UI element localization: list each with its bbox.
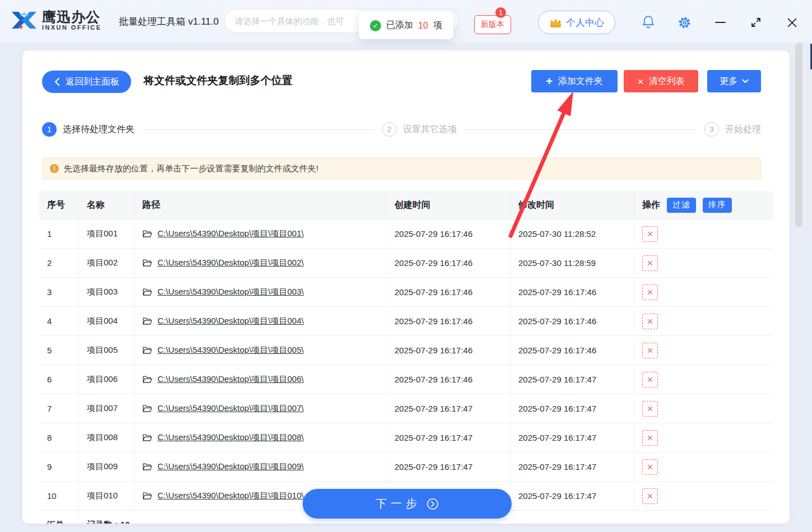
row-actions-cell: ×: [634, 249, 773, 277]
row-name-cell: 项目002: [79, 249, 134, 277]
header-path: 路径: [134, 191, 387, 219]
delete-row-button[interactable]: ×: [642, 284, 658, 300]
maximize-button[interactable]: [748, 14, 764, 31]
path-link[interactable]: C:\Users\54390\Desktop\项目\项目002\: [157, 258, 304, 268]
delete-row-button[interactable]: ×: [642, 372, 658, 388]
delete-row-button[interactable]: ×: [642, 314, 658, 329]
row-path-cell: C:\Users\54390\Desktop\项目\项目006\: [134, 365, 387, 394]
filter-button[interactable]: 过滤: [667, 198, 696, 213]
path-link[interactable]: C:\Users\54390\Desktop\项目\项目007\: [157, 403, 304, 414]
close-button[interactable]: [783, 14, 800, 31]
path-link[interactable]: C:\Users\54390\Desktop\项目\项目003\: [157, 287, 304, 297]
row-modified-cell: 2025-07-30 11:28:52: [511, 220, 634, 248]
page-title: 将文件或文件夹复制到多个位置: [143, 73, 293, 88]
row-modified-cell: 2025-07-29 16:17:47: [511, 394, 634, 423]
row-index-cell: 2: [39, 249, 79, 277]
close-icon: [786, 17, 798, 29]
folder-icon: [142, 230, 152, 238]
row-created-cell: 2025-07-29 16:17:47: [387, 452, 511, 481]
folders-table: 序号 名称 路径 创建时间 修改时间 操作 过滤 排序 1 项目001 C:\U…: [39, 191, 773, 524]
gear-icon: [678, 16, 692, 30]
brand-name-en: INXUN OFFICE: [42, 24, 101, 31]
warning-icon: !: [50, 164, 59, 173]
row-modified-cell: 2025-07-29 16:17:46: [511, 278, 634, 306]
success-check-icon: ✓: [370, 20, 381, 31]
toast-prefix: 已添加: [386, 20, 413, 31]
delete-row-button[interactable]: ×: [642, 459, 658, 475]
folder-icon: [142, 433, 152, 442]
step-3-label: 开始处理: [725, 124, 761, 136]
delete-row-button[interactable]: ×: [642, 255, 658, 271]
clear-list-button[interactable]: × 清空列表: [624, 70, 698, 92]
row-path-cell: C:\Users\54390\Desktop\项目\项目004\: [134, 307, 387, 335]
row-name-cell: 项目007: [79, 394, 134, 423]
row-modified-cell: 2025-07-29 16:17:46: [511, 307, 634, 335]
row-name-cell: 项目003: [79, 278, 134, 306]
new-version-button[interactable]: 新版本: [474, 15, 511, 34]
path-link[interactable]: C:\Users\54390\Desktop\项目\项目004\: [157, 316, 304, 326]
header-name: 名称: [79, 191, 134, 219]
row-modified-cell: 2025-07-29 16:17:47: [511, 365, 634, 394]
toast-count: 10: [418, 21, 428, 31]
settings-button[interactable]: [676, 14, 693, 31]
chevron-down-icon: [742, 79, 749, 83]
path-link[interactable]: C:\Users\54390\Desktop\项目\项目008\: [157, 432, 304, 443]
arrow-right-circle-icon: [426, 498, 439, 510]
back-to-dashboard-button[interactable]: 返回到主面板: [42, 71, 131, 93]
row-path-cell: C:\Users\54390\Desktop\项目\项目005\: [134, 336, 387, 365]
row-actions-cell: ×: [634, 423, 773, 452]
crown-icon: [549, 17, 562, 28]
folder-icon: [142, 288, 152, 296]
delete-row-button[interactable]: ×: [642, 430, 658, 446]
row-name-cell: 项目010: [79, 482, 134, 510]
row-index-cell: 7: [39, 394, 79, 423]
minimize-button[interactable]: [712, 14, 729, 31]
path-link[interactable]: C:\Users\54390\Desktop\项目\项目006\: [157, 374, 304, 385]
table-row: 6 项目006 C:\Users\54390\Desktop\项目\项目006\…: [39, 365, 773, 394]
step-set-options: 2 设置其它选项: [382, 122, 457, 137]
app-title: 批量处理工具箱 v1.11.0: [119, 0, 219, 43]
row-path-cell: C:\Users\54390\Desktop\项目\项目003\: [134, 278, 387, 306]
added-items-toast: ✓ 已添加 10 项: [359, 12, 453, 39]
delete-row-button[interactable]: ×: [642, 488, 658, 504]
path-link[interactable]: C:\Users\54390\Desktop\项目\项目005\: [157, 345, 304, 356]
scrollbar-thumb[interactable]: [795, 43, 802, 227]
notifications-button[interactable]: [640, 13, 657, 30]
row-index-cell: 8: [39, 423, 79, 452]
more-button[interactable]: 更多: [707, 70, 761, 92]
sort-button[interactable]: 排序: [703, 198, 732, 213]
app-window: { "header": { "brand_cn": "鹰迅办公", "brand…: [0, 0, 812, 532]
header-actions: 操作 过滤 排序: [634, 191, 773, 219]
step-1-circle: 1: [42, 122, 57, 137]
footer-summary-label: 汇总: [39, 511, 79, 524]
path-link[interactable]: C:\Users\54390\Desktop\项目\项目001\: [157, 228, 304, 239]
table-row: 1 项目001 C:\Users\54390\Desktop\项目\项目001\…: [39, 219, 773, 248]
user-center-button[interactable]: 个人中心: [538, 11, 615, 34]
user-center-label: 个人中心: [566, 16, 604, 29]
row-actions-cell: ×: [634, 278, 773, 306]
row-created-cell: 2025-07-29 16:17:46: [387, 249, 511, 277]
notice-banner: ! 先选择最终存放的位置，再单击下一步设置需要复制的文件或文件夹!: [42, 157, 761, 180]
next-step-button[interactable]: 下一步: [303, 489, 512, 519]
path-link[interactable]: C:\Users\54390\Desktop\项目\项目009\: [157, 461, 304, 472]
row-actions-cell: ×: [634, 482, 773, 510]
row-name-cell: 项目001: [79, 220, 134, 248]
row-actions-cell: ×: [634, 220, 773, 248]
brand-name-cn: 鹰迅办公: [42, 10, 101, 24]
delete-row-button[interactable]: ×: [642, 226, 658, 242]
row-path-cell: C:\Users\54390\Desktop\项目\项目001\: [134, 220, 387, 248]
delete-row-button[interactable]: ×: [642, 343, 658, 358]
toast-suffix: 项: [433, 20, 442, 31]
table-row: 7 项目007 C:\Users\54390\Desktop\项目\项目007\…: [39, 394, 773, 423]
add-folder-button[interactable]: + 添加文件夹: [531, 70, 618, 92]
folder-icon: [142, 346, 152, 354]
row-index-cell: 10: [39, 482, 79, 510]
row-modified-cell: 2025-07-29 16:17:46: [511, 336, 634, 365]
row-index-cell: 9: [39, 452, 79, 481]
bell-icon: [642, 15, 655, 30]
actions-label: 操作: [642, 199, 660, 211]
delete-row-button[interactable]: ×: [642, 401, 658, 417]
row-index-cell: 4: [39, 307, 79, 335]
row-index-cell: 6: [39, 365, 79, 394]
path-link[interactable]: C:\Users\54390\Desktop\项目\项目010\: [157, 491, 304, 501]
